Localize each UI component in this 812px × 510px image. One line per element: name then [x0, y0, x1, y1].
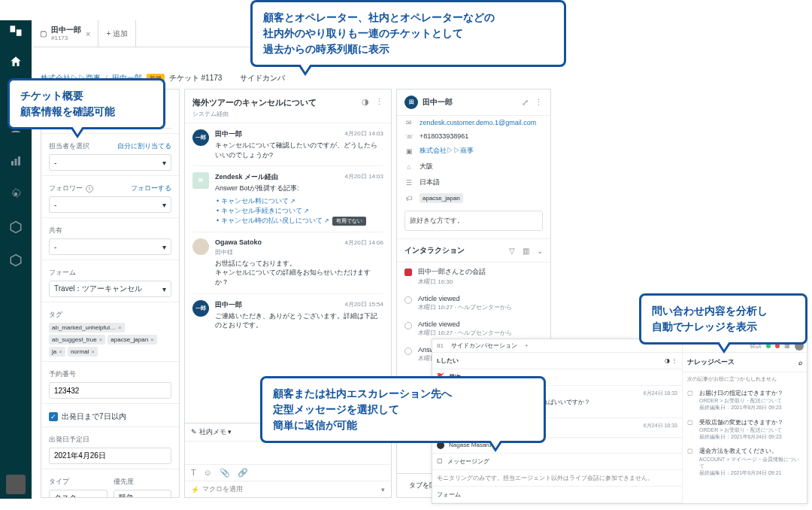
message: 一郎田中一郎4月20日 15:54ご連絡いただき、ありがとうございます。詳細は下… [192, 293, 383, 336]
assignee-select[interactable]: -▾ [49, 154, 171, 171]
ticket-tab[interactable]: ▢ 田中一郎#1173 × [32, 20, 98, 47]
expand-icon[interactable]: ⤢ [522, 98, 529, 108]
type-select[interactable]: タスク▾ [49, 490, 108, 498]
tag[interactable]: ab_marked_unhelpful… × [49, 323, 125, 332]
customer-lang: 日本語 [420, 178, 440, 187]
box2-icon[interactable] [3, 247, 29, 273]
emoji-icon[interactable]: ☺ [204, 468, 212, 478]
knowledge-item[interactable]: ▢受取店舗の変更はできますか？ORDER > お受取り・配送について最終編集日：… [683, 415, 807, 445]
interaction-row[interactable]: Article viewed木曜日 16:27 · ヘルプセンターから [397, 316, 550, 342]
add-tab[interactable]: + 追加 [98, 20, 136, 47]
avatar-icon: 一郎 [192, 129, 209, 146]
info-icon[interactable]: i [86, 185, 93, 193]
avatar-icon: 一郎 [192, 300, 209, 317]
callout-4: 問い合わせ内容を分析し自動でナレッジを表示 [639, 293, 807, 345]
mini-tab[interactable]: 81 [437, 342, 444, 349]
link-icon[interactable]: 🔗 [238, 468, 248, 478]
macro-picker[interactable]: ⚡ マクロを適用▾ [185, 481, 391, 497]
follow-link[interactable]: フォローする [131, 184, 171, 196]
compose-textarea[interactable] [185, 442, 391, 464]
box-icon[interactable] [3, 214, 29, 240]
home-icon[interactable] [3, 49, 29, 74]
remove-icon[interactable]: × [59, 348, 62, 355]
chevron-down-icon[interactable]: ⌄ [537, 247, 543, 255]
mail-icon: ✉ [404, 119, 414, 126]
more-icon[interactable]: ⋮ [375, 97, 383, 107]
user-avatar-icon: 田 [404, 96, 418, 109]
type-label: タイプ [49, 477, 108, 487]
filter-icon[interactable]: ▽ [509, 247, 515, 255]
location-icon: ⌂ [404, 163, 414, 171]
interaction-row[interactable]: Article viewed木曜日 16:27 · ヘルプセンターから [397, 290, 550, 316]
depdate-input[interactable] [49, 448, 171, 464]
mini-msg-section: メッセージング [447, 457, 489, 466]
reporting-icon[interactable] [3, 148, 29, 174]
assignee-label: 担当者を選択 [49, 141, 89, 151]
tag[interactable]: apacse_japan × [108, 335, 157, 345]
prio-select[interactable]: 緊急▾ [114, 490, 172, 498]
more-icon[interactable]: ⋮ [535, 98, 543, 108]
knowledge-item[interactable]: ▢退会方法を教えてください。ACCOUNT > マイページ・会員情報について最終… [683, 444, 807, 480]
article-icon: ▢ [687, 390, 695, 411]
tag[interactable]: ab_suggest_true × [49, 335, 105, 345]
msg-author: Zendesk メール経由 [215, 172, 278, 182]
search-icon[interactable]: ⌕ [798, 359, 802, 366]
mini-monitoring: モニタリングのみです。担当エージェント以外はライブ会話に参加できません。 [437, 474, 653, 482]
customer-org[interactable]: 株式会社▷▷商事 [420, 146, 474, 156]
callout-3: 顧客または社内エスカレーション先へ定型メッセージを選択して簡単に返信が可能 [260, 376, 546, 443]
suggested-article-link[interactable]: キャンセル料について↗ [221, 197, 295, 205]
customer-loc: 大阪 [420, 162, 433, 172]
columns-icon[interactable]: ▥ [523, 247, 529, 255]
suggested-article-link[interactable]: キャンセル手続きについて↗ [221, 207, 309, 214]
tag-list[interactable]: ab_marked_unhelpful… ×ab_suggest_true ×a… [49, 323, 171, 357]
remove-icon[interactable]: × [91, 348, 95, 355]
knowledge-item[interactable]: ▢お届け日の指定はできますか？ORDER > お受取り・配送について最終編集日：… [683, 386, 807, 415]
within7days-checkbox[interactable]: ✓出発日まで7日以内 [49, 411, 171, 422]
form-label: フォーム [49, 268, 171, 278]
resnum-input[interactable] [49, 382, 171, 399]
ticket-title: 海外ツアーのキャンセルについて [192, 97, 317, 108]
org-icon: ▣ [404, 147, 414, 155]
prio-label: 優先度 [114, 477, 172, 487]
mini-side[interactable]: サイドカンバセーション [451, 342, 517, 350]
remove-icon[interactable]: × [150, 336, 154, 343]
assign-self-link[interactable]: 自分に割り当てる [117, 141, 171, 154]
svg-rect-6 [18, 156, 20, 165]
avatar-icon [192, 238, 209, 255]
me-avatar[interactable] [6, 475, 26, 494]
customer-name: 田中一郎 [423, 97, 453, 108]
attach-icon[interactable]: 📎 [220, 468, 230, 478]
share-select[interactable]: -▾ [49, 238, 171, 255]
close-icon[interactable]: × [86, 29, 90, 38]
knowledge-sub: 次の記事がお役に立つかもしれません [683, 372, 807, 386]
interaction-title: インタラクション [404, 245, 465, 256]
tag[interactable]: normal × [68, 347, 98, 357]
callout-1: チケット概要顧客情報を確認可能 [8, 78, 165, 129]
tab-sub: #1173 [51, 35, 81, 41]
customer-email[interactable]: zendesk.customer.demo.1@gmail.com [420, 119, 536, 126]
form-select[interactable]: Travel：ツアーキャンセル▾ [49, 281, 171, 297]
msg-author: 田中一郎 [215, 300, 242, 310]
suggested-article-link[interactable]: キャンセル時の払い戻しについて↗ [221, 217, 329, 224]
remove-icon[interactable]: × [118, 324, 122, 331]
customer-phone: +818033938961 [420, 132, 468, 140]
unhelpful-badge: 有用でない [332, 217, 366, 226]
phone-icon: ☏ [404, 132, 414, 140]
msg-timestamp: 4月20日 14:03 [344, 129, 383, 139]
tag-label: タグ [49, 310, 171, 320]
message: 一郎田中一郎4月20日 14:03キャンセルについて確認したいのですが、どうした… [192, 123, 383, 165]
msg-timestamp: 4月20日 15:54 [344, 300, 383, 310]
remove-icon[interactable]: × [99, 336, 103, 343]
clock-icon[interactable]: ◑ [362, 97, 369, 107]
customer-note[interactable]: 旅好きな方です。 [404, 211, 543, 231]
knowledge-title: ナレッジベース [687, 357, 735, 367]
msg-timestamp: 4月20日 14:06 [344, 238, 383, 247]
follower-select[interactable]: -▾ [49, 196, 171, 213]
interaction-row[interactable]: 田中一郎さんとの会話木曜日 16:30 [397, 263, 550, 290]
text-icon[interactable]: T [191, 468, 196, 478]
svg-rect-4 [11, 161, 14, 165]
tag[interactable]: ja × [49, 347, 65, 357]
admin-icon[interactable] [3, 181, 29, 207]
depdate-label: 出発日予定日 [49, 435, 171, 445]
crumb-ticket: チケット #1173 [169, 73, 223, 83]
